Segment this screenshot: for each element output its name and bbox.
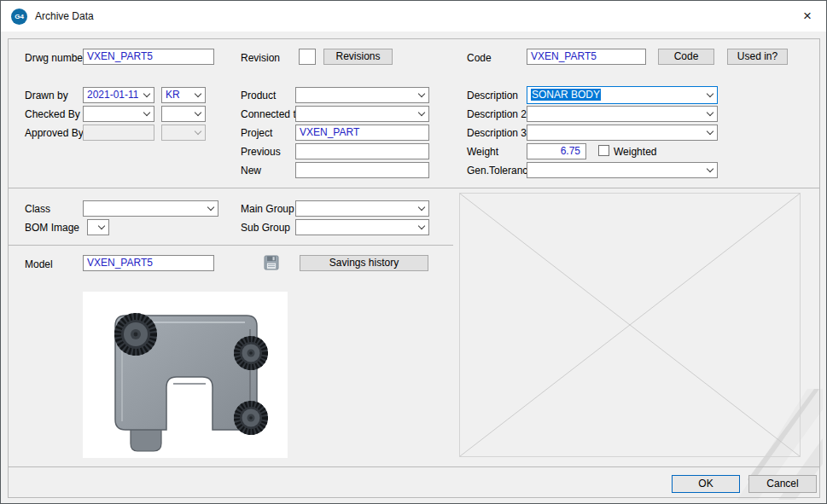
description-combo[interactable]: SONAR BODY (527, 86, 718, 104)
approved-by-initials-value (166, 125, 189, 140)
chevron-down-icon[interactable] (702, 163, 717, 177)
weight-label: Weight (467, 146, 498, 158)
chevron-down-icon[interactable] (139, 88, 154, 102)
chevron-down-icon (190, 125, 205, 140)
weighted-checkbox[interactable] (598, 145, 609, 156)
model-label: Model (25, 258, 53, 270)
gen-tolerance-label: Gen.Tolerance (467, 165, 533, 177)
model-preview-image (83, 292, 288, 458)
description2-value (531, 107, 702, 121)
revision-label: Revision (241, 52, 280, 64)
connected-to-value (300, 107, 413, 121)
separator (8, 245, 453, 246)
drawn-by-date-combo[interactable]: 2021-01-11 (83, 87, 154, 103)
code-button[interactable]: Code (658, 49, 714, 65)
sub-group-label: Sub Group (241, 222, 290, 234)
drawn-by-date-value: 2021-01-11 (87, 88, 138, 102)
cancel-button[interactable]: Cancel (748, 475, 817, 493)
chevron-down-icon[interactable] (702, 107, 717, 121)
chevron-down-icon[interactable] (94, 220, 108, 235)
sub-group-combo[interactable] (295, 219, 429, 235)
chevron-down-icon[interactable] (414, 201, 428, 216)
placeholder-cross-icon (460, 194, 800, 456)
model-field[interactable]: VXEN_PART5 (83, 255, 214, 271)
checked-by-date-value (87, 107, 138, 121)
close-icon[interactable]: × (797, 7, 818, 26)
chevron-down-icon[interactable] (702, 87, 717, 103)
description2-label: Description 2 (467, 108, 527, 120)
main-group-value (300, 201, 413, 216)
product-value (300, 88, 413, 102)
chevron-down-icon[interactable] (203, 201, 218, 216)
approved-by-initials-combo (161, 125, 206, 141)
revisions-button[interactable]: Revisions (323, 49, 393, 65)
chevron-down-icon[interactable] (414, 88, 428, 102)
titlebar: G4 Archive Data × (1, 1, 826, 32)
product-combo[interactable] (295, 87, 429, 103)
chevron-down-icon[interactable] (139, 107, 154, 121)
connected-to-label: Connected to (241, 108, 301, 120)
project-field[interactable]: VXEN_PART (295, 125, 429, 141)
class-combo[interactable] (83, 200, 218, 217)
bom-image-combo[interactable] (87, 219, 109, 235)
archive-data-dialog: G4 Archive Data × Drwg number VXEN_PART5… (0, 0, 827, 504)
chevron-down-icon[interactable] (702, 125, 717, 140)
chevron-down-icon[interactable] (414, 107, 428, 121)
drwg-number-field[interactable]: VXEN_PART5 (83, 49, 214, 65)
3d-part-drawing (83, 292, 288, 458)
drwg-number-label: Drwg number (25, 52, 86, 64)
new-label: New (241, 165, 261, 177)
description-value: SONAR BODY (531, 87, 702, 103)
description3-combo[interactable] (527, 125, 718, 141)
chevron-down-icon[interactable] (414, 220, 428, 235)
ok-button[interactable]: OK (672, 475, 740, 493)
code-label: Code (467, 52, 492, 64)
savings-history-button[interactable]: Savings history (300, 255, 428, 271)
sub-group-value (300, 220, 413, 235)
separator (8, 188, 820, 188)
drawn-by-initials-value: KR (166, 88, 189, 102)
description-label: Description (467, 90, 518, 101)
dialog-title: Archive Data (35, 10, 94, 22)
drawn-by-label: Drawn by (25, 90, 68, 101)
checked-by-date-combo[interactable] (83, 106, 154, 122)
class-label: Class (25, 203, 50, 215)
used-in-button[interactable]: Used in? (727, 49, 788, 65)
class-value (87, 201, 202, 216)
selected-text: SONAR BODY (531, 89, 601, 101)
chevron-down-icon[interactable] (190, 88, 205, 102)
code-field[interactable]: VXEN_PART5 (527, 49, 646, 65)
product-label: Product (241, 90, 276, 101)
checked-by-label: Checked By (25, 108, 80, 120)
empty-image-placeholder (459, 193, 801, 457)
previous-field[interactable] (295, 143, 429, 159)
weight-field[interactable]: 6.75 (527, 143, 586, 159)
approved-by-date-field (83, 125, 154, 141)
separator (8, 466, 820, 467)
description3-label: Description 3 (467, 127, 527, 139)
new-field[interactable] (295, 162, 429, 178)
approved-by-label: Approved By (25, 127, 84, 139)
description2-combo[interactable] (527, 106, 718, 122)
gen-tolerance-value (531, 163, 702, 177)
weighted-checkbox-label: Weighted (614, 146, 656, 158)
project-label: Project (241, 127, 272, 139)
main-group-label: Main Group (241, 203, 294, 215)
checked-by-initials-value (166, 107, 189, 121)
drawn-by-initials-combo[interactable]: KR (161, 87, 206, 103)
app-logo-icon: G4 (11, 9, 27, 25)
connected-to-combo[interactable] (295, 106, 429, 122)
description3-value (531, 125, 702, 140)
bom-image-label: BOM Image (25, 222, 79, 234)
revision-field[interactable] (299, 49, 316, 65)
checked-by-initials-combo[interactable] (161, 106, 206, 122)
main-group-combo[interactable] (295, 200, 429, 217)
gen-tolerance-combo[interactable] (527, 162, 718, 178)
chevron-down-icon[interactable] (190, 107, 205, 121)
previous-label: Previous (241, 146, 281, 158)
save-disk-icon[interactable] (262, 253, 281, 272)
